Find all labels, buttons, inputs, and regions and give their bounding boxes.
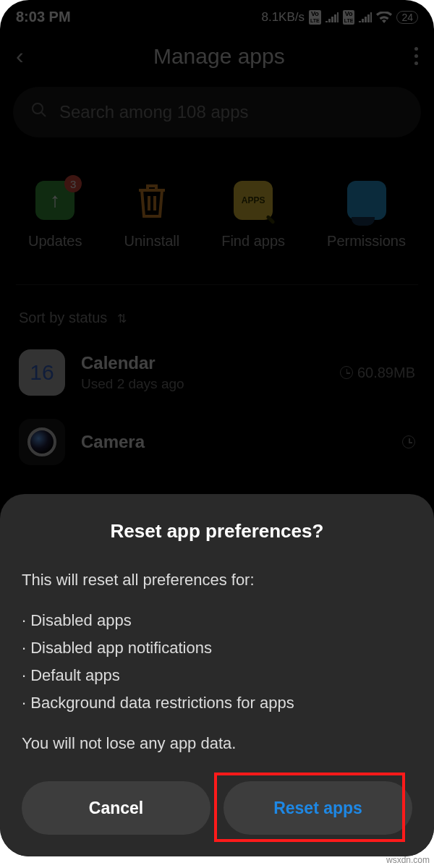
updates-icon: 3 [35, 181, 75, 220]
sort-label: Sort by status [19, 310, 107, 326]
signal-icon-2 [359, 12, 372, 22]
shortcut-find-apps-label: Find apps [221, 233, 285, 250]
shortcut-uninstall[interactable]: Uninstall [124, 181, 180, 250]
watermark: wsxdn.com [386, 855, 430, 865]
clock-icon [402, 435, 415, 448]
calendar-app-icon: 16 [19, 349, 65, 396]
signal-icon-1 [326, 12, 339, 22]
back-button[interactable]: ‹ [16, 43, 24, 69]
app-name: Camera [81, 432, 386, 452]
sort-selector[interactable]: Sort by status ⇅ [0, 285, 434, 338]
app-size: 60.89MB [340, 365, 415, 381]
dialog-bullet: · Disabled app notifications [22, 635, 412, 661]
shortcuts-row: 3 Updates Uninstall APPS Find apps Permi… [0, 137, 434, 271]
dialog-title: Reset app preferences? [22, 520, 412, 542]
app-header: ‹ Manage apps [0, 28, 434, 87]
app-row-calendar[interactable]: 16 Calendar Used 2 days ago 60.89MB [0, 338, 434, 407]
app-row-camera[interactable]: Camera [0, 407, 434, 477]
svg-line-1 [41, 112, 46, 116]
shortcut-uninstall-label: Uninstall [124, 233, 180, 250]
shortcut-updates[interactable]: 3 Updates [28, 181, 82, 250]
find-apps-icon: APPS [234, 181, 273, 220]
dialog-bullet: · Background data restrictions for apps [22, 690, 412, 716]
status-time: 8:03 PM [16, 9, 71, 25]
trash-icon [132, 181, 171, 220]
dialog-intro: This will reset all preferences for: [22, 567, 412, 593]
volte-icon-1: VoLTE [309, 10, 321, 25]
app-name: Calendar [81, 353, 324, 373]
svg-point-0 [33, 103, 43, 114]
wifi-icon [376, 12, 392, 23]
updates-badge: 3 [64, 175, 82, 192]
dialog-body: This will reset all preferences for: · D… [22, 567, 412, 757]
app-subtext: Used 2 days ago [81, 376, 324, 392]
shortcut-find-apps[interactable]: APPS Find apps [221, 181, 285, 250]
shortcut-permissions-label: Permissions [327, 233, 406, 250]
search-placeholder: Search among 108 apps [59, 102, 249, 122]
camera-app-icon [19, 419, 65, 465]
sort-chevron-icon: ⇅ [117, 312, 127, 325]
dialog-bullet: · Disabled apps [22, 608, 412, 634]
dialog-bullet: · Default apps [22, 663, 412, 689]
network-speed: 8.1KB/s [261, 10, 305, 25]
search-icon [30, 101, 48, 124]
reset-preferences-dialog: Reset app preferences? This will reset a… [0, 494, 434, 856]
shortcut-updates-label: Updates [28, 233, 82, 250]
status-bar: 8:03 PM 8.1KB/s VoLTE VoLTE 24 [0, 0, 434, 28]
permissions-icon [347, 181, 386, 220]
cancel-button[interactable]: Cancel [22, 781, 210, 835]
shortcut-permissions[interactable]: Permissions [327, 181, 406, 250]
search-input[interactable]: Search among 108 apps [13, 87, 421, 137]
page-title: Manage apps [153, 44, 285, 69]
battery-icon: 24 [396, 11, 418, 24]
volte-icon-2: VoLTE [343, 10, 355, 25]
dialog-note: You will not lose any app data. [22, 731, 412, 757]
clock-icon [340, 366, 353, 379]
app-size [402, 435, 415, 448]
highlight-rectangle [214, 773, 405, 842]
more-button[interactable] [414, 47, 418, 65]
